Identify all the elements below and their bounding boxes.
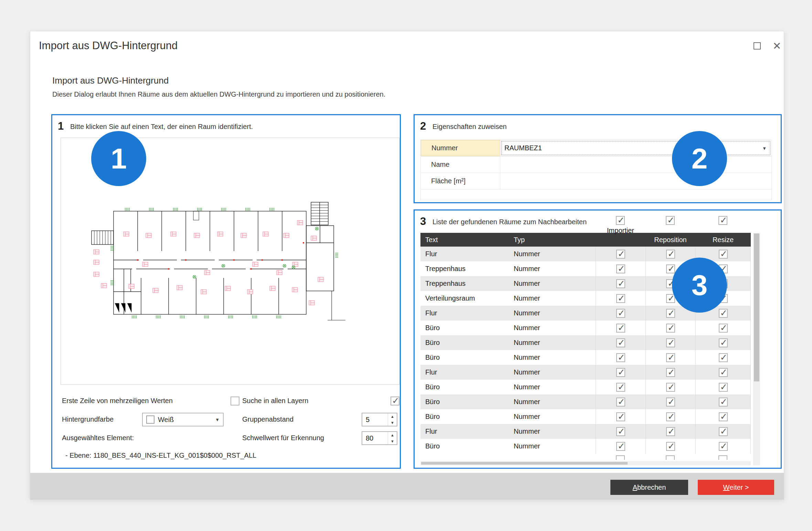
chevron-down-icon[interactable]: ▼	[762, 145, 767, 151]
room-import-cell	[596, 394, 645, 409]
room-resize-cell	[695, 439, 751, 454]
nummer-combobox[interactable]: RAUMBEZ1 ▼	[501, 141, 770, 155]
column-header-import[interactable]: Importier	[596, 227, 645, 235]
import-checkbox[interactable]	[616, 442, 625, 451]
resize-checkbox[interactable]	[719, 324, 728, 333]
column-header-reposition[interactable]: Reposition	[645, 233, 695, 247]
table-row[interactable]: Flur Nummer	[420, 365, 751, 380]
chevron-down-icon: ▼	[215, 417, 220, 422]
table-row[interactable]: Büro Nummer	[420, 380, 751, 394]
import-checkbox[interactable]	[616, 309, 625, 318]
group-distance-input[interactable]	[362, 413, 388, 426]
room-reposition-cell	[645, 350, 695, 365]
select-all-import-checkbox[interactable]	[616, 216, 625, 225]
import-checkbox[interactable]	[616, 353, 625, 362]
table-row[interactable]: Büro Nummer	[420, 321, 751, 335]
close-button[interactable]: ✕	[770, 39, 783, 52]
resize-checkbox[interactable]	[719, 383, 728, 392]
column-header-typ[interactable]: Typ	[509, 233, 596, 247]
import-checkbox[interactable]	[616, 264, 625, 273]
resize-checkbox[interactable]	[719, 398, 728, 407]
room-resize-cell	[695, 350, 751, 365]
resize-checkbox[interactable]	[719, 427, 728, 436]
vertical-scrollbar-thumb[interactable]	[754, 234, 759, 381]
import-checkbox[interactable]	[616, 368, 625, 377]
room-import-cell	[596, 306, 645, 321]
flaeche-input[interactable]	[500, 173, 771, 189]
threshold-input[interactable]	[362, 432, 388, 444]
reposition-checkbox[interactable]	[666, 353, 675, 362]
reposition-checkbox[interactable]	[666, 412, 675, 421]
first-line-checkbox[interactable]	[231, 397, 239, 405]
import-checkbox[interactable]	[616, 250, 625, 259]
resize-checkbox[interactable]	[718, 455, 727, 460]
select-all-reposition-checkbox[interactable]	[666, 216, 675, 225]
import-checkbox[interactable]	[616, 427, 625, 436]
room-resize-cell	[695, 321, 751, 335]
import-checkbox[interactable]	[616, 294, 625, 303]
room-resize-cell	[695, 380, 751, 394]
room-typ-cell: Nummer	[509, 350, 596, 365]
import-checkbox[interactable]	[616, 455, 625, 460]
resize-checkbox[interactable]	[719, 309, 728, 318]
group-distance-field: ▲ ▼	[362, 413, 397, 426]
table-row[interactable]: Büro Nummer	[420, 439, 751, 454]
horizontal-scrollbar-thumb[interactable]	[421, 462, 628, 465]
room-reposition-cell	[645, 439, 695, 454]
resize-checkbox[interactable]	[719, 250, 728, 259]
table-row[interactable]: Büro Nummer	[420, 409, 751, 424]
resize-checkbox[interactable]	[719, 338, 728, 347]
spinner-down-icon[interactable]: ▼	[388, 438, 397, 444]
spinner-up-icon[interactable]: ▲	[388, 413, 397, 420]
resize-checkbox[interactable]	[719, 368, 728, 377]
horizontal-scrollbar[interactable]	[420, 461, 751, 465]
reposition-checkbox[interactable]	[666, 398, 675, 407]
import-checkbox[interactable]	[616, 279, 625, 288]
resize-checkbox[interactable]	[719, 412, 728, 421]
room-import-cell	[596, 365, 645, 380]
reposition-checkbox[interactable]	[666, 309, 675, 318]
button-label-accel: A	[633, 484, 637, 491]
name-input[interactable]	[500, 156, 771, 173]
table-row[interactable]: Flur Nummer	[420, 424, 751, 439]
import-checkbox[interactable]	[616, 412, 625, 421]
room-import-cell	[596, 261, 645, 276]
maximize-button[interactable]	[750, 39, 763, 52]
floor-plan-drawing[interactable]	[91, 202, 363, 336]
next-button[interactable]: Weiter >	[698, 480, 774, 495]
reposition-checkbox[interactable]	[666, 338, 675, 347]
table-row[interactable]: Büro Nummer	[420, 335, 751, 350]
search-all-layers-checkbox[interactable]	[391, 397, 399, 405]
spinner-up-icon[interactable]: ▲	[388, 432, 397, 438]
reposition-checkbox[interactable]	[666, 264, 675, 273]
reposition-checkbox[interactable]	[666, 368, 675, 377]
button-label-accel: W	[723, 484, 729, 491]
table-row[interactable]: Büro Nummer	[420, 394, 751, 409]
reposition-checkbox[interactable]	[666, 442, 675, 451]
background-color-select[interactable]: Weiß ▼	[142, 413, 224, 426]
spinner-down-icon[interactable]: ▼	[388, 420, 397, 426]
import-checkbox[interactable]	[616, 398, 625, 407]
column-header-resize[interactable]: Resize	[695, 233, 751, 247]
reposition-checkbox[interactable]	[666, 427, 675, 436]
import-dwg-dialog: Import aus DWG-Hintergrund ✕ Import aus …	[30, 31, 784, 499]
vertical-scrollbar[interactable]	[753, 233, 760, 465]
cancel-button[interactable]: Abbrechen	[610, 480, 688, 495]
step-badge-number: 2	[692, 144, 708, 173]
threshold-label: Schwellwert für Erkennung	[242, 434, 324, 442]
import-checkbox[interactable]	[616, 383, 625, 392]
resize-checkbox[interactable]	[719, 442, 728, 451]
reposition-checkbox[interactable]	[666, 250, 675, 259]
reposition-checkbox[interactable]	[666, 455, 675, 460]
reposition-checkbox[interactable]	[666, 383, 675, 392]
import-checkbox[interactable]	[616, 338, 625, 347]
column-header-text[interactable]: Text	[420, 233, 509, 247]
room-reposition-cell	[645, 247, 695, 261]
reposition-checkbox[interactable]	[666, 324, 675, 333]
table-row[interactable]: Büro Nummer	[420, 350, 751, 365]
step-number-3: 3	[420, 215, 426, 228]
import-checkbox[interactable]	[616, 324, 625, 333]
resize-checkbox[interactable]	[719, 353, 728, 362]
page-description: Dieser Dialog erlaubt Ihnen Räume aus de…	[52, 90, 385, 98]
select-all-resize-checkbox[interactable]	[718, 216, 727, 225]
